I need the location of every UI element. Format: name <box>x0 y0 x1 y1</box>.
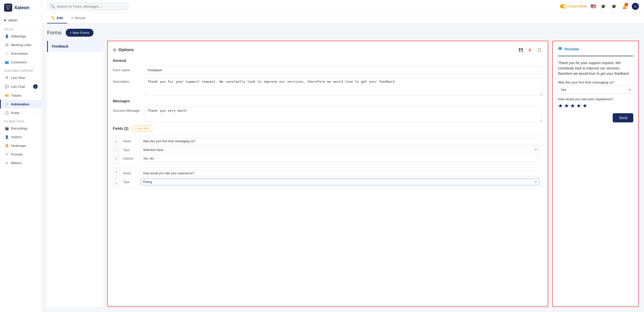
sidebar-item-label-documents: Documents <box>11 52 28 55</box>
save-button[interactable]: 💾 <box>517 46 524 53</box>
sidebar-item-emeetings[interactable]: 👤eMeetings <box>0 32 42 40</box>
options-panel: ⚙ Options 💾 🗑 📋 General Form name Descri… <box>107 41 548 307</box>
form-name-group: Form name <box>113 66 543 74</box>
description-input[interactable]: Thank you for your support request. We c… <box>145 78 543 95</box>
sidebar-item-label-rules: Rules <box>11 111 19 115</box>
avatar[interactable]: U <box>632 3 639 10</box>
sidebar-item-label-emeetings: eMeetings <box>11 34 26 38</box>
field-2-up-arrow[interactable]: ▲ <box>115 170 118 174</box>
star-4[interactable]: ★ <box>576 103 581 109</box>
send-button[interactable]: Send <box>613 113 633 122</box>
sidebar-item-tickets[interactable]: 🎫Tickets <box>0 91 42 100</box>
sidebar-item-visitors[interactable]: 👤Visitors <box>0 133 42 141</box>
field-1-type-label: Type <box>123 148 138 152</box>
visitors-icon: 👤 <box>5 135 9 139</box>
chat-icon: 💬 <box>5 84 9 89</box>
mortarboard-icon[interactable]: 🎓 <box>610 3 618 10</box>
sidebar-section-cx-analytics: CX ANALYTICS <box>0 117 42 124</box>
field-1-name-label: Name <box>123 139 138 143</box>
success-message-input[interactable]: Thank you very much! <box>145 107 543 122</box>
search-icon: 🔍 <box>50 4 55 8</box>
eye-preview-icon: 👁 <box>558 46 563 52</box>
star-5[interactable]: ★ <box>582 103 587 109</box>
fields-header: Fields (2) + Add field <box>113 125 543 132</box>
sidebar-item-rules[interactable]: 📋Rules› <box>0 108 42 117</box>
results-icon: ≡ <box>71 16 73 20</box>
field-2-arrows: ▲ ⋮ ▼ <box>113 167 120 188</box>
new-form-button[interactable]: + New Forms <box>66 29 94 37</box>
search-box[interactable]: 🔍 <box>47 3 129 10</box>
star-2[interactable]: ★ <box>564 103 569 109</box>
sidebar-item-customers[interactable]: 👥Customers <box>0 58 42 66</box>
field-2-down-arrow[interactable]: ▼ <box>115 182 118 186</box>
search-input[interactable] <box>57 5 125 8</box>
content: Forms + New Forms Feedback ⚙ Options 💾 🗑 <box>42 24 644 312</box>
field-1-down-arrow[interactable]: ▼ <box>115 157 118 161</box>
user-label: admin <box>8 18 17 22</box>
flag-icon[interactable]: 🇺🇸 <box>591 4 596 9</box>
star-3[interactable]: ★ <box>570 103 575 109</box>
sidebar-item-label-metrics: Metrics <box>11 161 22 165</box>
sidebar-item-documents[interactable]: 📄Documents <box>0 49 42 58</box>
sidebar-item-automation[interactable]: ⚡Automation› <box>0 100 42 108</box>
field-1-drag-handle[interactable]: ⋮ <box>115 148 118 152</box>
field-1-name-input[interactable] <box>141 138 539 145</box>
badge-live-chat: 1 <box>33 84 38 89</box>
field-2-name-input[interactable] <box>141 170 539 177</box>
messages-label: Messages <box>113 99 543 103</box>
customers-icon: 👥 <box>5 60 9 64</box>
expert-mode-toggle[interactable]: Expert Mode <box>560 4 587 8</box>
logo: Xaleon <box>0 0 42 16</box>
field-card-2-inner: ▲ ⋮ ▼ Name Type S <box>113 167 542 188</box>
star-1[interactable]: ★ <box>558 103 563 109</box>
sidebar-item-meeting-links[interactable]: 🔗Meeting Links <box>0 40 42 49</box>
star-rating[interactable]: ★ ★ ★ ★ ★ <box>558 103 633 109</box>
gear-icon: ⚙ <box>113 48 116 52</box>
field-1-type-select[interactable]: Selection Input Rating Text Number <box>141 147 539 153</box>
field-1-up-arrow[interactable]: ▲ <box>115 139 118 143</box>
options-title: Options <box>118 48 134 52</box>
preview-title: Preview <box>565 47 579 51</box>
person-icon: 👤 <box>5 34 9 38</box>
topbar-right: Expert Mode 🇺🇸 🎓 🎓 🔔 1 U <box>560 3 639 10</box>
form-list-item-feedback[interactable]: Feedback <box>47 41 103 52</box>
preview-panel: 👁 Preview Thank you for your support req… <box>552 41 639 307</box>
description-group: Description Thank you for your support r… <box>113 78 543 95</box>
add-field-button[interactable]: + Add field <box>131 125 152 132</box>
sidebar-section-customer-support: CUSTOMER SUPPORT <box>0 66 42 73</box>
field-2-type-row: Type Selection Input Rating Text Number <box>123 179 539 185</box>
sidebar-user[interactable]: ● admin <box>0 16 42 25</box>
sidebar-item-live-chat[interactable]: 💬Live Chat1 <box>0 82 42 91</box>
delete-button[interactable]: 🗑 <box>526 46 533 53</box>
field-1-name-row: Name <box>123 138 539 145</box>
sidebar-item-label-customers: Customers <box>11 60 27 64</box>
forms-title: Forms <box>47 30 62 36</box>
notifications-icon[interactable]: 🔔 1 <box>621 3 628 10</box>
sidebar-item-funnels[interactable]: ▽Funnels <box>0 150 42 159</box>
field-1-options-row: Options <box>123 155 539 162</box>
tab-results[interactable]: ≡ Results <box>67 13 90 23</box>
edit-icon: ✏️ <box>51 16 55 20</box>
form-name-label: Form name <box>113 66 141 72</box>
copy-button[interactable]: 📋 <box>536 46 543 53</box>
sidebar-item-metrics[interactable]: ⚠Metrics <box>0 159 42 167</box>
sidebar-item-heatmaps[interactable]: 🔥Heatmaps <box>0 141 42 150</box>
graduation-cap-icon[interactable]: 🎓 <box>600 3 607 10</box>
funnels-icon: ▽ <box>5 152 9 156</box>
field-1-options-input[interactable] <box>141 155 539 162</box>
field-2-drag-handle[interactable]: ⋮ <box>115 176 118 180</box>
sidebar-item-label-live-view: Live View <box>11 76 25 80</box>
tab-edit[interactable]: ✏️ Edit <box>47 13 67 23</box>
xaleon-logo-icon <box>4 4 12 12</box>
sidebar-item-recordings[interactable]: 🎬Recordings <box>0 124 42 133</box>
metrics-icon: ⚠ <box>5 161 9 165</box>
link-icon: 🔗 <box>5 43 9 47</box>
toggle-on-icon <box>560 4 567 8</box>
preview-question-2: How would you rate your experience? ★ ★ … <box>558 97 633 109</box>
field-2-type-select[interactable]: Selection Input Rating Text Number <box>141 179 539 185</box>
forms-list: Feedback <box>47 41 103 307</box>
sidebar-item-live-view[interactable]: 👁Live View <box>0 73 42 82</box>
form-name-input[interactable] <box>145 66 543 74</box>
preview-select-1[interactable]: Yes No <box>558 86 633 94</box>
sidebar-item-label-live-chat: Live Chat <box>11 85 25 89</box>
